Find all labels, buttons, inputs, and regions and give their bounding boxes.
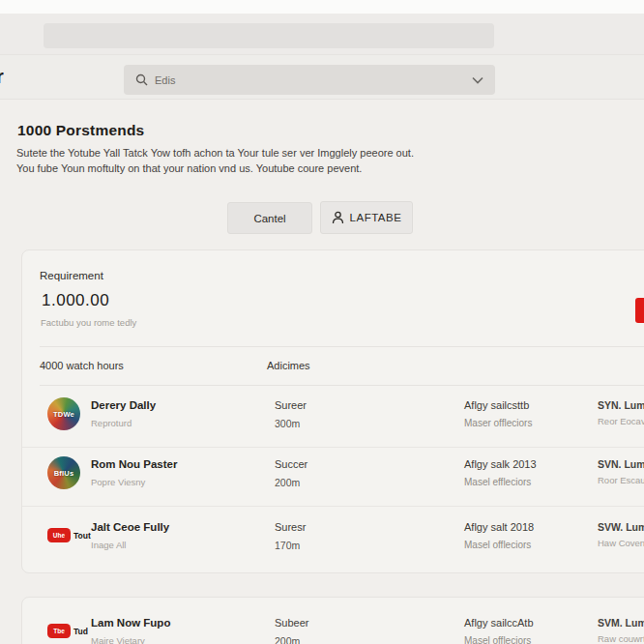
browser-address-bar[interactable] xyxy=(44,23,494,48)
row-detail: Aflgy salk 2013 xyxy=(464,458,537,470)
row-title: Rom Nou Paster xyxy=(91,458,177,470)
search-placeholder: Edis xyxy=(155,74,472,86)
requirement-card: Requirement 1.000.00 Factubu you rome te… xyxy=(21,249,644,573)
row-right-label: SVN. Lume Pa xyxy=(598,458,644,470)
row-title: Lam Now Fupo xyxy=(91,617,170,629)
row-right-sub: Raw couwrt xyxy=(598,633,644,644)
page-description-line1: Sutete the Yotube Yall Tatck Yow tofh ac… xyxy=(16,147,414,159)
row-stat-label: Succer xyxy=(275,458,307,470)
row-detail: Aflgy salt 2018 xyxy=(464,521,534,533)
row-stat-value: 200m xyxy=(275,477,300,488)
row-right-label: SVM. Lume Pa xyxy=(598,617,644,629)
row-subtitle: Inage All xyxy=(91,540,126,550)
row-stat-label: Subeer xyxy=(275,617,308,629)
page-description-line2: You fube Youn moftulty on that your nati… xyxy=(16,162,362,174)
person-icon xyxy=(332,211,344,224)
youtube-badge: Uhe xyxy=(47,528,71,542)
row-subtitle: Majre Vietary xyxy=(91,635,145,644)
cancel-button[interactable]: Cantel xyxy=(227,202,312,234)
row-detail-sub: Masel offleciors xyxy=(464,540,531,550)
row-detail-sub: Masel offleciors xyxy=(464,635,531,644)
primary-button-label: LAFTABE xyxy=(350,212,402,223)
table-row[interactable]: Uhe Tout Jalt Ceoe Fully Inage All Sures… xyxy=(22,512,644,568)
page-title: 1000 Porstmends xyxy=(17,122,144,139)
column-header-adicimes: Adicimes xyxy=(267,360,310,371)
top-strip xyxy=(0,0,644,14)
row-right-label: SYN. Lume Pa xyxy=(598,399,644,411)
cancel-button-label: Cantel xyxy=(253,213,285,224)
row-stat-value: 170m xyxy=(275,540,300,551)
youtube-badge: Tbe xyxy=(47,624,71,638)
row-right-sub: Reor Eocavrt xyxy=(598,416,644,426)
row-right-sub: Roor Escaurt xyxy=(598,475,644,485)
youtube-brand-text: Tout xyxy=(73,531,91,541)
row-right-label: SVW. Lume Pa xyxy=(598,521,644,533)
youtube-logo-icon: Tbe Tud xyxy=(47,624,88,638)
chevron-down-icon[interactable] xyxy=(472,76,483,84)
row-subtitle: Popre Viesny xyxy=(91,477,145,487)
red-action-button[interactable] xyxy=(635,298,644,323)
row-stat-value: 200m xyxy=(275,635,300,644)
youtube-logo-icon: Uhe Tout xyxy=(47,528,91,542)
row-stat-label: Suresr xyxy=(275,521,306,533)
table-row[interactable]: BflUs Rom Nou Paster Popre Viesny Succer… xyxy=(22,449,644,505)
row-stat-label: Sureer xyxy=(275,399,307,411)
table-row[interactable]: TDWe Derery Dally Reproturd Sureer 300m … xyxy=(22,390,644,446)
divider xyxy=(40,385,644,386)
row-separator xyxy=(22,506,644,507)
row-detail-sub: Maser offleciors xyxy=(464,418,532,428)
row-detail: Aflgy sailcsttb xyxy=(464,399,529,411)
app-window: r Edis 1000 Porstmends Sutete the Yotube… xyxy=(0,0,644,644)
table-row[interactable]: Tbe Tud Lam Now Fupo Majre Vietary Subee… xyxy=(22,607,644,644)
primary-action-button[interactable]: LAFTABE xyxy=(320,201,413,234)
left-text-fragment: r xyxy=(0,66,4,88)
search-input[interactable]: Edis xyxy=(124,65,495,95)
row-detail-sub: Masel effleciors xyxy=(464,477,531,487)
column-header-watch-hours: 4000 watch hours xyxy=(40,360,124,371)
row-detail: Aflgy sailccAtb xyxy=(464,617,534,629)
channel-avatar-icon: BflUs xyxy=(47,456,80,489)
search-icon xyxy=(135,73,148,86)
row-subtitle: Reproturd xyxy=(91,418,132,428)
row-stat-value: 300m xyxy=(275,418,300,429)
secondary-card: Tbe Tud Lam Now Fupo Majre Vietary Subee… xyxy=(21,597,644,644)
row-right-sub: Haw Covent xyxy=(598,538,644,548)
youtube-brand-text: Tud xyxy=(73,627,88,636)
requirement-amount: 1.000.00 xyxy=(42,291,109,310)
row-separator xyxy=(22,447,644,448)
section-title: Requirement xyxy=(40,270,103,281)
channel-avatar-icon: TDWe xyxy=(47,397,80,430)
row-title: Jalt Ceoe Fully xyxy=(91,521,169,533)
row-title: Derery Dally xyxy=(91,399,156,411)
avatar-text: BflUs xyxy=(54,469,74,478)
requirement-caption: Factubu you rome tedly xyxy=(41,317,136,328)
avatar-text: TDWe xyxy=(53,410,74,419)
divider xyxy=(40,346,644,347)
